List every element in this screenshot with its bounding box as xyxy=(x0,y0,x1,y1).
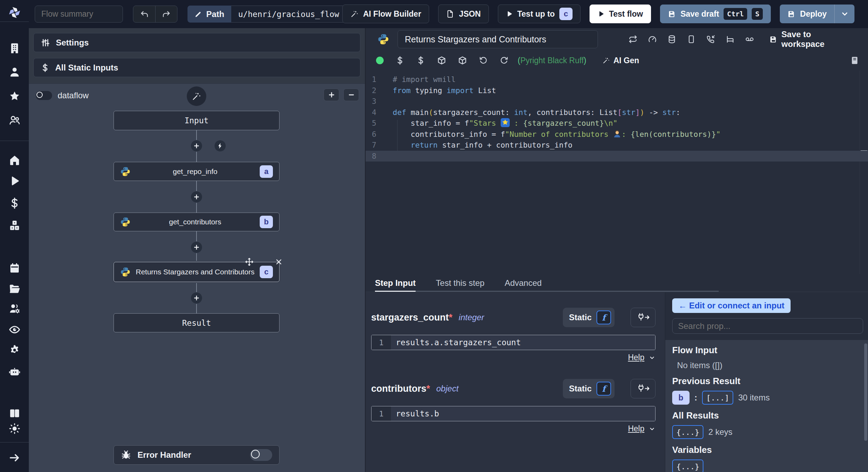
step-title-input[interactable] xyxy=(398,30,598,48)
ai-wand-button[interactable] xyxy=(187,86,206,106)
help-link[interactable]: Help xyxy=(628,353,644,362)
zoom-out-button[interactable] xyxy=(343,89,359,101)
static-toggle[interactable]: Static f xyxy=(563,379,615,398)
chevron-down-icon[interactable] xyxy=(649,354,656,361)
package-icon[interactable] xyxy=(458,56,467,65)
move-node-handle[interactable] xyxy=(245,257,254,266)
result-node[interactable]: Result xyxy=(114,313,279,332)
package-icon[interactable] xyxy=(437,56,446,65)
code-line-5[interactable]: 5 star_info = f"Stars : {stargazers_coun… xyxy=(366,118,868,129)
sidebar-item-gear[interactable] xyxy=(0,344,29,356)
database-icon[interactable] xyxy=(667,35,676,44)
search-prop-input[interactable] xyxy=(672,318,863,334)
code-line-6[interactable]: 6 contributors_info = f"Number of contri… xyxy=(366,129,868,140)
rotate-cw-icon[interactable] xyxy=(500,56,509,65)
error-handler-node[interactable]: Error Handler xyxy=(114,445,279,465)
edit-or-connect-button[interactable]: ← Edit or connect an input xyxy=(672,298,791,313)
insert-step-button[interactable] xyxy=(191,292,202,304)
expr-editor[interactable]: 1 results.b xyxy=(371,406,656,421)
tab-step-input[interactable]: Step Input xyxy=(375,276,416,292)
code-line-7[interactable]: 7 return star_info + contributors_info xyxy=(366,140,868,151)
sidebar-item-eye[interactable] xyxy=(0,324,29,336)
step-node-a[interactable]: get_repo_info a xyxy=(114,162,279,181)
sidebar-item-dollar[interactable] xyxy=(0,197,29,209)
gauge-icon[interactable] xyxy=(648,35,657,44)
chevron-down-icon[interactable] xyxy=(649,425,656,432)
save-draft-button[interactable]: Save draft Ctrl S xyxy=(660,5,771,23)
code-line-1[interactable]: 1# import wmill xyxy=(366,74,868,85)
collapsed-array-badge[interactable]: [...] xyxy=(702,391,733,405)
expr-value[interactable]: results.b xyxy=(391,406,655,421)
error-handler-toggle[interactable] xyxy=(250,449,272,461)
redo-button[interactable] xyxy=(155,6,177,22)
code-line-8[interactable]: 8 xyxy=(366,151,868,162)
sidebar-item-bot[interactable] xyxy=(0,366,29,378)
prop-scrollbar-thumb[interactable] xyxy=(864,343,867,441)
sidebar-item-star[interactable] xyxy=(0,90,29,102)
sidebar-item-users[interactable] xyxy=(0,114,29,126)
delete-node-button[interactable] xyxy=(275,258,283,266)
dollar-icon[interactable] xyxy=(416,56,425,65)
insert-step-button[interactable] xyxy=(191,241,202,253)
sleep-bed-icon[interactable] xyxy=(726,35,735,44)
expr-editor[interactable]: 1 results.a.stargazers_count xyxy=(371,335,656,350)
insert-step-button[interactable] xyxy=(191,191,202,203)
code-line-2[interactable]: 2from typing import List xyxy=(366,85,868,96)
sidebar-item-users-gear[interactable] xyxy=(0,303,29,314)
collapsed-object-badge[interactable]: {...} xyxy=(672,459,703,472)
path-chip[interactable]: Path xyxy=(187,6,231,23)
voicemail-icon[interactable] xyxy=(745,35,754,44)
step-node-b[interactable]: get_contributors b xyxy=(114,213,279,231)
result-key-badge[interactable]: b xyxy=(672,391,690,405)
windmill-logo[interactable] xyxy=(0,5,29,20)
path-value[interactable]: u/henri/gracious_flow xyxy=(231,6,356,23)
tab-advanced[interactable]: Advanced xyxy=(504,276,542,292)
sidebar-item-sun[interactable] xyxy=(0,423,29,434)
rotate-ccw-icon[interactable] xyxy=(479,56,488,65)
insert-step-button[interactable] xyxy=(191,140,202,152)
sync-icon[interactable] xyxy=(628,35,637,44)
sidebar-item-home[interactable] xyxy=(0,154,29,166)
ai-gen-button[interactable]: AI Gen xyxy=(602,56,639,65)
code-line-4[interactable]: 4def main(stargazers_count: int, contrib… xyxy=(366,107,868,118)
sidebar-item-folder-open[interactable] xyxy=(0,283,29,295)
undo-button[interactable] xyxy=(133,6,155,22)
dataflow-toggle[interactable] xyxy=(36,91,52,100)
test-flow-button[interactable]: Test flow xyxy=(590,5,651,23)
notebook-icon[interactable] xyxy=(850,56,859,65)
sidebar-item-boxes[interactable] xyxy=(0,220,29,231)
expr-value[interactable]: results.a.stargazers_count xyxy=(391,335,655,350)
sidebar-item-building[interactable] xyxy=(0,42,29,54)
tab-test-this-step[interactable]: Test this step xyxy=(436,276,484,292)
input-node[interactable]: Input xyxy=(114,111,279,130)
connect-input-button[interactable] xyxy=(631,308,656,327)
run-status-dot[interactable] xyxy=(376,57,384,64)
javascript-expr-chip[interactable]: f xyxy=(596,382,611,396)
zoom-in-button[interactable] xyxy=(324,89,339,101)
sidebar-item-user[interactable] xyxy=(0,66,29,78)
sidebar-item-arrow-right[interactable] xyxy=(0,452,29,464)
sidebar-item-play[interactable] xyxy=(0,175,29,187)
sidebar-item-books[interactable] xyxy=(0,407,29,419)
collapsed-object-badge[interactable]: {...} xyxy=(672,425,703,439)
code-line-3[interactable]: 3 xyxy=(366,96,868,107)
ai-flow-builder-button[interactable]: AI Flow Builder xyxy=(342,5,429,23)
static-toggle[interactable]: Static f xyxy=(563,308,615,327)
trigger-button[interactable] xyxy=(214,140,226,152)
tablet-icon[interactable] xyxy=(687,35,696,44)
deploy-dropdown-button[interactable] xyxy=(834,5,854,23)
all-static-inputs-button[interactable]: All Static Inputs xyxy=(33,58,360,77)
javascript-expr-chip[interactable]: f xyxy=(596,310,611,324)
deploy-button[interactable]: Deploy xyxy=(780,5,834,23)
flow-settings-button[interactable]: Settings xyxy=(33,33,360,52)
step-node-c-selected[interactable]: Returns Stargazers and Contributors c xyxy=(114,262,279,282)
phone-incoming-icon[interactable] xyxy=(706,35,715,44)
sidebar-item-calendar[interactable] xyxy=(0,262,29,274)
dollar-icon[interactable] xyxy=(395,56,404,65)
flow-summary-input[interactable] xyxy=(35,6,123,23)
connect-input-button[interactable] xyxy=(631,379,656,398)
json-button[interactable]: JSON xyxy=(438,5,489,23)
test-up-to-button[interactable]: Test up to c xyxy=(498,5,581,23)
save-to-workspace-button[interactable]: Save to workspace xyxy=(769,30,856,49)
code-editor[interactable]: 1# import wmill2from typing import List3… xyxy=(366,71,868,276)
